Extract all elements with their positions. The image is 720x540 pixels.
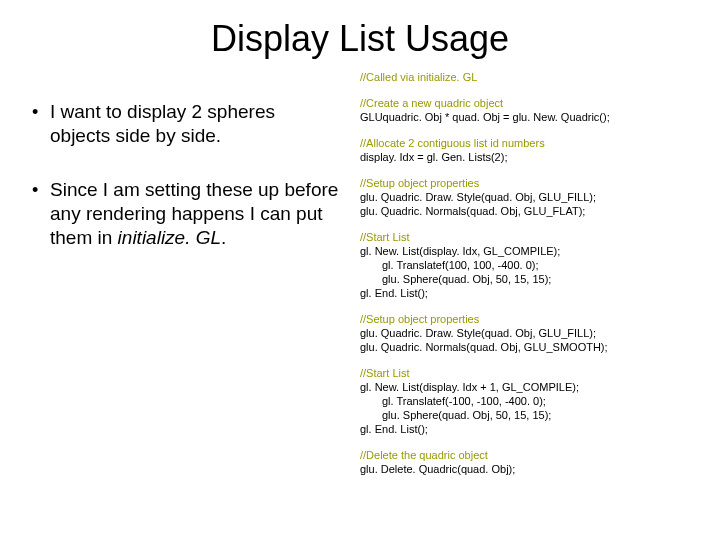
columns: • I want to display 2 spheres objects si… [30, 70, 690, 488]
code-line: glu. Quadric. Normals(quad. Obj, GLU_FLA… [360, 204, 690, 218]
code-line: display. Idx = gl. Gen. Lists(2); [360, 150, 690, 164]
bullet-dot: • [30, 178, 50, 250]
left-column: • I want to display 2 spheres objects si… [30, 70, 340, 488]
code-line: gl. Translatef(100, 100, -400. 0); [360, 258, 690, 272]
code-section: //Setup object properties glu. Quadric. … [360, 312, 690, 354]
code-comment: //Start List [360, 366, 690, 380]
code-section: //Start List gl. New. List(display. Idx … [360, 366, 690, 436]
code-comment: //Start List [360, 230, 690, 244]
code-comment: //Setup object properties [360, 312, 690, 326]
code-line: gl. End. List(); [360, 286, 690, 300]
code-comment: //Called via initialize. GL [360, 70, 690, 84]
code-line: glu. Quadric. Draw. Style(quad. Obj, GLU… [360, 326, 690, 340]
code-section: //Allocate 2 contiguous list id numbers … [360, 136, 690, 164]
slide: Display List Usage • I want to display 2… [0, 0, 720, 498]
code-section: //Called via initialize. GL [360, 70, 690, 84]
code-line: gl. End. List(); [360, 422, 690, 436]
bullet-dot: • [30, 100, 50, 148]
code-line: glu. Quadric. Normals(quad. Obj, GLU_SMO… [360, 340, 690, 354]
code-line: GLUquadric. Obj * quad. Obj = glu. New. … [360, 110, 690, 124]
code-section: //Start List gl. New. List(display. Idx,… [360, 230, 690, 300]
code-line: gl. New. List(display. Idx, GL_COMPILE); [360, 244, 690, 258]
code-line: glu. Delete. Quadric(quad. Obj); [360, 462, 690, 476]
code-comment: //Create a new quadric object [360, 96, 690, 110]
bullet-text: I want to display 2 spheres objects side… [50, 100, 340, 148]
code-section: //Create a new quadric object GLUquadric… [360, 96, 690, 124]
code-line: glu. Sphere(quad. Obj, 50, 15, 15); [360, 272, 690, 286]
code-section: //Delete the quadric object glu. Delete.… [360, 448, 690, 476]
code-comment: //Delete the quadric object [360, 448, 690, 462]
code-line: gl. Translatef(-100, -100, -400. 0); [360, 394, 690, 408]
code-block: //Called via initialize. GL //Create a n… [360, 70, 690, 488]
code-line: glu. Sphere(quad. Obj, 50, 15, 15); [360, 408, 690, 422]
code-line: gl. New. List(display. Idx + 1, GL_COMPI… [360, 380, 690, 394]
bullet-item: • I want to display 2 spheres objects si… [30, 100, 340, 148]
slide-title: Display List Usage [30, 18, 690, 60]
bullet-text-post: . [221, 227, 226, 248]
bullet-text: Since I am setting these up before any r… [50, 178, 340, 250]
code-comment: //Allocate 2 contiguous list id numbers [360, 136, 690, 150]
code-comment: //Setup object properties [360, 176, 690, 190]
code-line: glu. Quadric. Draw. Style(quad. Obj, GLU… [360, 190, 690, 204]
bullet-text-em: initialize. GL [118, 227, 222, 248]
code-section: //Setup object properties glu. Quadric. … [360, 176, 690, 218]
bullet-item: • Since I am setting these up before any… [30, 178, 340, 250]
